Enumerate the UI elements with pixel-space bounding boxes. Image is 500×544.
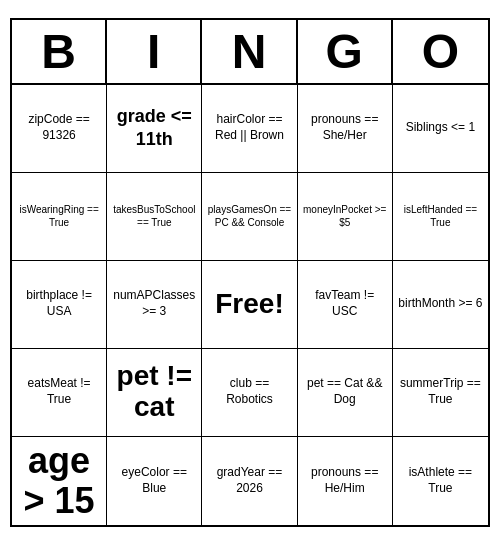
header-g: G	[298, 20, 393, 83]
bingo-cell-4: Siblings <= 1	[393, 85, 488, 173]
bingo-cell-0: zipCode == 91326	[12, 85, 107, 173]
bingo-card: B I N G O zipCode == 91326grade <= 11thh…	[10, 18, 490, 527]
bingo-cell-2: hairColor == Red || Brown	[202, 85, 297, 173]
bingo-cell-10: birthplace != USA	[12, 261, 107, 349]
bingo-header: B I N G O	[12, 20, 488, 85]
bingo-grid: zipCode == 91326grade <= 11thhairColor =…	[12, 85, 488, 525]
bingo-cell-18: pet == Cat && Dog	[298, 349, 393, 437]
bingo-cell-16: pet != cat	[107, 349, 202, 437]
header-o: O	[393, 20, 488, 83]
bingo-cell-7: playsGamesOn == PC && Console	[202, 173, 297, 261]
bingo-cell-6: takesBusToSchool == True	[107, 173, 202, 261]
bingo-cell-3: pronouns == She/Her	[298, 85, 393, 173]
bingo-cell-1: grade <= 11th	[107, 85, 202, 173]
header-n: N	[202, 20, 297, 83]
bingo-cell-20: age > 15	[12, 437, 107, 525]
bingo-cell-23: pronouns == He/Him	[298, 437, 393, 525]
header-i: I	[107, 20, 202, 83]
bingo-cell-13: favTeam != USC	[298, 261, 393, 349]
bingo-cell-5: isWearingRing == True	[12, 173, 107, 261]
bingo-cell-21: eyeColor == Blue	[107, 437, 202, 525]
bingo-cell-22: gradYear == 2026	[202, 437, 297, 525]
bingo-cell-15: eatsMeat != True	[12, 349, 107, 437]
bingo-cell-14: birthMonth >= 6	[393, 261, 488, 349]
header-b: B	[12, 20, 107, 83]
bingo-cell-8: moneyInPocket >= $5	[298, 173, 393, 261]
bingo-cell-9: isLeftHanded == True	[393, 173, 488, 261]
bingo-cell-17: club == Robotics	[202, 349, 297, 437]
bingo-cell-24: isAthlete == True	[393, 437, 488, 525]
bingo-cell-12: Free!	[202, 261, 297, 349]
bingo-cell-19: summerTrip == True	[393, 349, 488, 437]
bingo-cell-11: numAPClasses >= 3	[107, 261, 202, 349]
